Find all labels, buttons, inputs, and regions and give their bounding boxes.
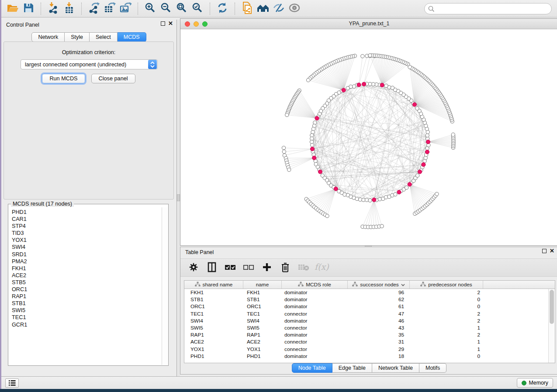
mcds-result-node[interactable]: STB5	[12, 279, 162, 286]
mcds-result-node[interactable]: GCR1	[12, 321, 162, 328]
cell-name[interactable]: RAP1	[243, 331, 282, 338]
mcds-result-node[interactable]: PMA2	[12, 258, 162, 265]
cell-shared-name[interactable]: PHD1	[184, 353, 243, 360]
cell-name[interactable]: STB1	[243, 296, 282, 303]
cell-name[interactable]: TEC1	[243, 310, 282, 317]
table-scrollbar[interactable]	[548, 289, 555, 363]
cell-successor-nodes[interactable]: 31	[348, 338, 410, 345]
zoom-out-button[interactable]	[158, 2, 174, 16]
table-scrollbar-thumb[interactable]	[550, 290, 554, 324]
show-panels-button[interactable]	[287, 2, 302, 16]
task-history-button[interactable]	[5, 378, 19, 388]
add-row-button[interactable]	[261, 261, 273, 274]
cell-shared-name[interactable]: RAP1	[184, 331, 243, 338]
cell-successor-nodes[interactable]: 18	[348, 353, 410, 360]
mcds-result-list[interactable]: PHD1CAR1STP4TID3YOX1SWI4SRD1PMA2FKH1ACE2…	[9, 207, 162, 365]
cell-predecessor-nodes[interactable]: 0	[410, 353, 483, 360]
mcds-result-node[interactable]: SWI4	[12, 244, 162, 251]
mcds-result-node[interactable]: ACE2	[12, 272, 162, 279]
mcds-result-node[interactable]: STP4	[12, 223, 162, 230]
delete-row-button[interactable]	[279, 261, 291, 274]
cell-predecessor-nodes[interactable]: 2	[410, 310, 483, 317]
cell-shared-name[interactable]: SWI5	[184, 324, 243, 331]
cell-MCDS-role[interactable]: connector	[282, 324, 348, 331]
cell-MCDS-role[interactable]: dominator	[282, 353, 348, 360]
import-network-button[interactable]	[45, 2, 61, 16]
refresh-button[interactable]	[214, 2, 230, 16]
column-header-name[interactable]: name	[243, 281, 282, 289]
tab-style[interactable]: Style	[65, 32, 90, 42]
cell-MCDS-role[interactable]: dominator	[282, 296, 348, 303]
cell-successor-nodes[interactable]: 43	[348, 324, 410, 331]
export-table-button[interactable]	[102, 2, 118, 16]
cell-MCDS-role[interactable]: connector	[282, 310, 348, 317]
cell-shared-name[interactable]: ORC1	[184, 303, 243, 310]
network-window-titlebar[interactable]: YPA_prune.txt_1	[180, 19, 557, 29]
run-mcds-button[interactable]: Run MCDS	[42, 74, 85, 83]
cell-MCDS-role[interactable]: dominator	[282, 289, 348, 296]
cell-predecessor-nodes[interactable]: 1	[410, 324, 483, 331]
cell-name[interactable]: SWI4	[243, 317, 282, 324]
zoom-selected-button[interactable]	[190, 2, 205, 16]
column-header-predecessor-nodes[interactable]: predecessor nodes	[410, 281, 483, 289]
mcds-result-node[interactable]: SWI5	[12, 307, 162, 314]
tab-select[interactable]: Select	[90, 32, 118, 42]
cell-predecessor-nodes[interactable]: 0	[410, 296, 483, 303]
cell-shared-name[interactable]: TEC1	[184, 310, 243, 317]
column-header-shared-name[interactable]: shared name	[184, 281, 243, 289]
mcds-result-node[interactable]: SRD1	[12, 251, 162, 258]
cell-name[interactable]: PHD1	[243, 353, 282, 360]
tab-mcds[interactable]: MCDS	[118, 32, 146, 42]
open-session-button[interactable]	[5, 2, 21, 16]
cell-name[interactable]: SWI5	[243, 324, 282, 331]
cell-predecessor-nodes[interactable]: 2	[410, 317, 483, 324]
hide-panels-button[interactable]	[271, 2, 287, 16]
column-header-MCDS-role[interactable]: MCDS role	[282, 281, 348, 289]
maximize-window-icon[interactable]	[202, 21, 208, 27]
tab-node-table[interactable]: Node Table	[292, 363, 332, 373]
zoom-in-button[interactable]	[142, 2, 158, 16]
mcds-result-node[interactable]: RAP1	[12, 293, 162, 300]
float-table-panel-icon[interactable]	[542, 249, 547, 253]
table-row[interactable]: TEC1TEC1connector472	[184, 310, 555, 317]
tab-edge-table[interactable]: Edge Table	[332, 363, 372, 373]
table-row[interactable]: RAP1RAP1dominator352	[184, 331, 555, 338]
cell-predecessor-nodes[interactable]: 2	[410, 331, 483, 338]
cytoscape-home-button[interactable]	[255, 2, 271, 16]
cell-name[interactable]: YOX1	[243, 346, 282, 353]
tab-network[interactable]: Network	[31, 32, 65, 42]
tab-motifs[interactable]: Motifs	[419, 363, 446, 373]
cell-shared-name[interactable]: STB1	[184, 296, 243, 303]
close-panel-icon[interactable]: ✕	[168, 21, 173, 26]
cell-successor-nodes[interactable]: 47	[348, 310, 410, 317]
mcds-result-node[interactable]: PHD1	[12, 209, 162, 216]
cell-name[interactable]: ORC1	[243, 303, 282, 310]
columns-button[interactable]	[206, 261, 218, 274]
network-canvas[interactable]	[180, 29, 557, 245]
cell-predecessor-nodes[interactable]: 2	[410, 289, 483, 296]
close-panel-button[interactable]: Close panel	[91, 74, 135, 83]
cell-MCDS-role[interactable]: dominator	[282, 317, 348, 324]
save-session-button[interactable]	[21, 2, 36, 16]
cell-MCDS-role[interactable]: connector	[282, 338, 348, 345]
export-image-button[interactable]	[118, 2, 133, 16]
cell-successor-nodes[interactable]: 62	[348, 296, 410, 303]
search-input[interactable]	[424, 3, 552, 14]
cell-shared-name[interactable]: SWI4	[184, 317, 243, 324]
cell-name[interactable]: ACE2	[243, 338, 282, 345]
mcds-result-node[interactable]: TEC1	[12, 314, 162, 321]
cell-successor-nodes[interactable]: 46	[348, 317, 410, 324]
float-panel-icon[interactable]	[161, 21, 165, 26]
table-row[interactable]: ACE2ACE2connector311	[184, 338, 555, 345]
mcds-result-node[interactable]: YOX1	[12, 237, 162, 244]
cell-MCDS-role[interactable]: connector	[282, 346, 348, 353]
vertical-splitter[interactable]	[177, 20, 180, 376]
mcds-result-node[interactable]: FKH1	[12, 265, 162, 272]
mcds-result-node[interactable]: TID3	[12, 230, 162, 237]
table-row[interactable]: STB1STB1dominator620	[184, 296, 555, 303]
import-table-button[interactable]	[61, 2, 77, 16]
zoom-fit-button[interactable]	[174, 2, 190, 16]
cell-successor-nodes[interactable]: 35	[348, 331, 410, 338]
cell-predecessor-nodes[interactable]: 1	[410, 346, 483, 353]
table-row[interactable]: FKH1FKH1dominator962	[184, 289, 555, 296]
